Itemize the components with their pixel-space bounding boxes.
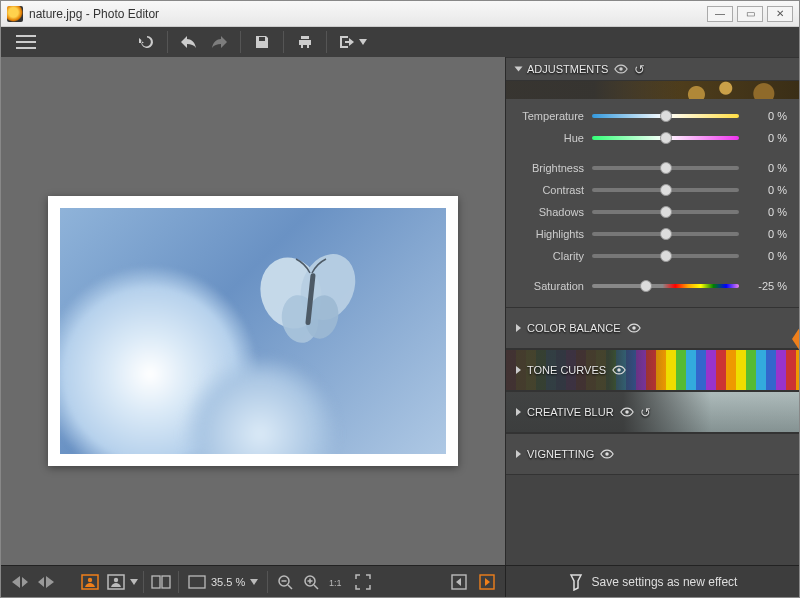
section-label: VIGNETTING bbox=[527, 448, 594, 460]
print-button[interactable] bbox=[290, 27, 320, 57]
app-logo-icon bbox=[7, 6, 23, 22]
browse-mode-button[interactable] bbox=[77, 569, 103, 595]
zoom-out-button[interactable] bbox=[272, 569, 298, 595]
svg-text:1:1: 1:1 bbox=[329, 578, 342, 588]
chevron-right-icon bbox=[516, 324, 521, 332]
slider-brightness[interactable]: Brightness 0 % bbox=[506, 157, 799, 179]
slider-shadows[interactable]: Shadows 0 % bbox=[506, 201, 799, 223]
svg-point-13 bbox=[617, 368, 621, 372]
zoom-in-button[interactable] bbox=[298, 569, 324, 595]
canvas-area[interactable] bbox=[1, 57, 505, 565]
svg-rect-21 bbox=[162, 576, 170, 588]
chevron-right-icon bbox=[516, 450, 521, 458]
section-color-balance[interactable]: COLOR BALANCE bbox=[506, 307, 799, 349]
save-effect-button[interactable]: Save settings as new effect bbox=[505, 566, 799, 597]
butterfly-illustration bbox=[256, 253, 366, 343]
eye-icon[interactable] bbox=[612, 363, 626, 377]
chevron-down-icon bbox=[515, 67, 523, 72]
window-title: nature.jpg - Photo Editor bbox=[29, 7, 707, 21]
compare-button[interactable] bbox=[148, 569, 174, 595]
slider-highlights[interactable]: Highlights 0 % bbox=[506, 223, 799, 245]
export-dropdown[interactable] bbox=[357, 27, 369, 57]
section-adjustments[interactable]: ADJUSTMENTS ↺ bbox=[506, 57, 799, 81]
eye-icon[interactable] bbox=[614, 62, 628, 76]
slider-clarity[interactable]: Clarity 0 % bbox=[506, 245, 799, 267]
section-tone-curves[interactable]: TONE CURVES bbox=[506, 349, 799, 391]
section-creative-blur[interactable]: CREATIVE BLUR ↺ bbox=[506, 391, 799, 433]
eye-icon[interactable] bbox=[627, 321, 641, 335]
section-label: ADJUSTMENTS bbox=[527, 63, 608, 75]
next-image-button[interactable] bbox=[33, 569, 59, 595]
image-preview bbox=[48, 196, 458, 466]
eye-icon[interactable] bbox=[600, 447, 614, 461]
svg-point-14 bbox=[625, 410, 629, 414]
reset-icon[interactable]: ↺ bbox=[640, 405, 651, 420]
section-vignetting[interactable]: VIGNETTING bbox=[506, 433, 799, 475]
chevron-right-icon bbox=[516, 366, 521, 374]
section-adjustments-banner bbox=[506, 81, 799, 99]
slider-contrast[interactable]: Contrast 0 % bbox=[506, 179, 799, 201]
undo-all-button[interactable] bbox=[131, 27, 161, 57]
zoom-dropdown[interactable] bbox=[249, 569, 259, 595]
revert-button[interactable] bbox=[447, 569, 473, 595]
flask-icon bbox=[568, 573, 584, 591]
maximize-button[interactable]: ▭ bbox=[737, 6, 763, 22]
svg-point-15 bbox=[605, 452, 609, 456]
slider-hue[interactable]: Hue 0 % bbox=[506, 127, 799, 149]
close-button[interactable]: ✕ bbox=[767, 6, 793, 22]
apply-button[interactable] bbox=[473, 569, 499, 595]
side-panel: ADJUSTMENTS ↺ Temperature 0 % Hue 0 % bbox=[505, 57, 799, 565]
bottom-bar: 35.5 % 1:1 Save settings as new effect bbox=[1, 565, 799, 597]
adjustments-controls: Temperature 0 % Hue 0 % Brightness 0 % bbox=[506, 99, 799, 307]
zoom-value: 35.5 % bbox=[211, 576, 245, 588]
chevron-right-icon bbox=[516, 408, 521, 416]
save-button[interactable] bbox=[247, 27, 277, 57]
zoom-actual-button[interactable]: 1:1 bbox=[324, 569, 350, 595]
save-effect-label: Save settings as new effect bbox=[592, 575, 738, 589]
svg-point-12 bbox=[632, 326, 636, 330]
titlebar: nature.jpg - Photo Editor — ▭ ✕ bbox=[1, 1, 799, 27]
slider-temperature[interactable]: Temperature 0 % bbox=[506, 105, 799, 127]
prev-image-button[interactable] bbox=[7, 569, 33, 595]
undo-button[interactable] bbox=[174, 27, 204, 57]
browse-dropdown-arrow[interactable] bbox=[129, 569, 139, 595]
redo-button[interactable] bbox=[204, 27, 234, 57]
main-toolbar bbox=[1, 27, 799, 57]
browse-dropdown[interactable] bbox=[103, 569, 129, 595]
section-label: TONE CURVES bbox=[527, 364, 606, 376]
svg-point-17 bbox=[88, 577, 92, 581]
svg-point-11 bbox=[620, 67, 624, 71]
fullscreen-button[interactable] bbox=[350, 569, 376, 595]
section-label: COLOR BALANCE bbox=[527, 322, 621, 334]
minimize-button[interactable]: — bbox=[707, 6, 733, 22]
fit-screen-button[interactable] bbox=[187, 569, 207, 595]
svg-rect-20 bbox=[152, 576, 160, 588]
svg-rect-22 bbox=[189, 576, 205, 588]
menu-button[interactable] bbox=[11, 27, 41, 57]
svg-point-19 bbox=[114, 577, 118, 581]
reset-icon[interactable]: ↺ bbox=[634, 62, 645, 77]
section-label: CREATIVE BLUR bbox=[527, 406, 614, 418]
eye-icon[interactable] bbox=[620, 405, 634, 419]
slider-saturation[interactable]: Saturation -25 % bbox=[506, 275, 799, 297]
